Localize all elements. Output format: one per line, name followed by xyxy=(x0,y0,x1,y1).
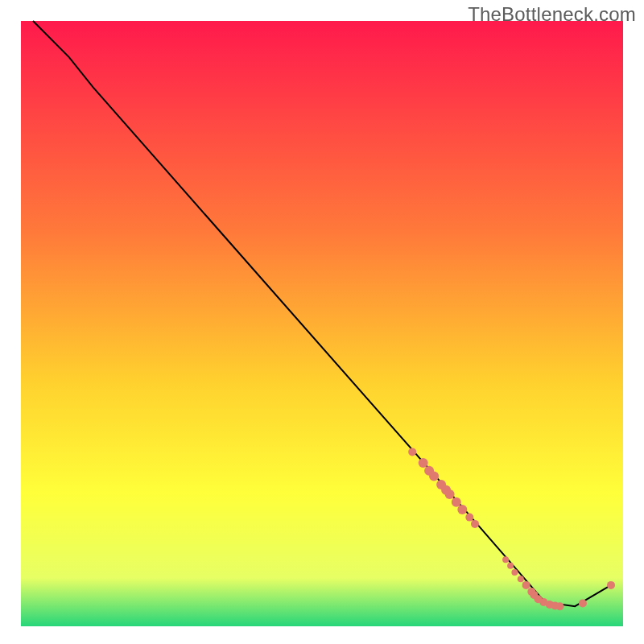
data-point xyxy=(465,514,473,522)
data-point xyxy=(457,505,467,514)
plot-background xyxy=(21,21,623,626)
data-point xyxy=(408,448,416,456)
data-point xyxy=(511,569,518,576)
data-point xyxy=(507,563,514,569)
watermark-text: TheBottleneck.com xyxy=(468,3,636,26)
chart-canvas xyxy=(0,0,644,644)
data-point xyxy=(518,576,524,582)
data-point xyxy=(471,520,479,528)
data-point xyxy=(579,599,587,607)
bottleneck-chart: TheBottleneck.com xyxy=(0,0,644,644)
data-point xyxy=(429,472,439,481)
data-point xyxy=(419,458,428,468)
data-point xyxy=(502,556,509,563)
data-point xyxy=(556,602,564,610)
data-point xyxy=(607,581,615,589)
data-point xyxy=(445,489,455,499)
data-point xyxy=(522,581,530,589)
